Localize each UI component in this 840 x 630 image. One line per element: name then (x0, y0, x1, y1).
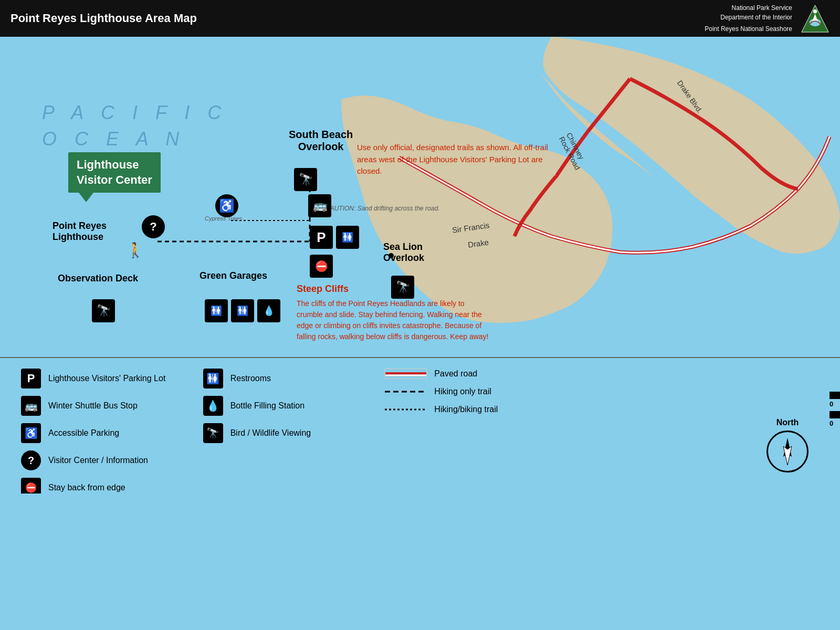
garages-bottle-icon: 💧 (257, 299, 280, 322)
legend-col-2: 🚻 Restrooms 💧 Bottle Filling Station 🔭 B… (203, 369, 385, 483)
legend-shuttle-icon: 🚌 (21, 396, 41, 416)
legend-accessible: ♿ Accessible Parking (21, 423, 203, 443)
steep-cliffs-label: Steep Cliffs (297, 284, 349, 295)
north-compass: North (756, 369, 819, 483)
legend-wildlife: 🔭 Bird / Wildlife Viewing (203, 423, 385, 443)
legend-accessible-icon: ♿ (21, 423, 41, 443)
legend-shuttle: 🚌 Winter Shuttle Bus Stop (21, 396, 203, 416)
north-label: North (776, 418, 799, 427)
legend-bottle-icon: 💧 (203, 396, 223, 416)
legend: P Lighthouse Visitors' Parking Lot 🚌 Win… (0, 357, 840, 494)
header: Point Reyes Lighthouse Area Map National… (0, 0, 840, 37)
legend-biking-trail: Hiking/biking trail (385, 404, 567, 415)
legend-bottle: 💧 Bottle Filling Station (203, 396, 385, 416)
warning-text-1: Use only official, designated trails as … (357, 142, 551, 177)
garages-restroom-icon: 🚻 (205, 299, 228, 322)
observation-binoculars-icon: 🔭 (92, 299, 115, 322)
scale-km-labels: 0 0.5 1 Kilometer (830, 400, 840, 408)
nps-logo (801, 4, 830, 33)
header-right: National Park Service Department of the … (705, 3, 830, 34)
legend-stay-back-icon: ⛔ (21, 478, 41, 494)
point-reyes-lighthouse-label: Point ReyesLighthouse (52, 220, 107, 243)
lighthouse-person-icon: 🚶 (126, 242, 144, 259)
legend-parking: P Lighthouse Visitors' Parking Lot (21, 369, 203, 388)
legend-biking-trail-line (385, 404, 427, 415)
legend-visitor-center-icon: ? (21, 450, 41, 470)
svg-point-3 (813, 9, 817, 13)
scale-bar: 0 0.5 1 Kilometer 0 0.5 1 Mile (830, 392, 840, 427)
accessible-parking-icon-map: ♿ (215, 194, 238, 217)
map-title: Point Reyes Lighthouse Area Map (10, 12, 197, 25)
legend-parking-icon: P (21, 369, 41, 388)
north-arrow-circle (766, 430, 808, 472)
stay-back-icon-map: ⛔ (310, 255, 333, 278)
scale-bar-km (830, 392, 840, 399)
map-container: P A C I F I C O C E A N POINT REYES Ligh… (0, 37, 840, 494)
visitor-center-icon-map: ? (142, 215, 165, 238)
parking-icon-map: P (310, 226, 333, 249)
sea-lion-binoculars-icon: 🔭 (391, 276, 414, 299)
scale-mile-labels: 0 0.5 1 Mile (830, 419, 840, 427)
legend-stay-back: ⛔ Stay back from edge (21, 478, 203, 494)
south-beach-overlook-label: South BeachOverlook (289, 129, 353, 153)
garages-restroom-icon2: 🚻 (231, 299, 254, 322)
legend-paved-road-line (385, 369, 427, 379)
legend-restrooms: 🚻 Restrooms (203, 369, 385, 388)
legend-hiking-trail: Hiking only trail (385, 386, 567, 397)
restrooms-icon-map: 🚻 (336, 226, 359, 249)
caution-text: CAUTION: Sand drifting across the road. (326, 205, 439, 212)
legend-col-4: 0 0.5 1 Kilometer 0 0.5 1 Mile (567, 369, 756, 483)
sea-lion-overlook-label: Sea LionOverlook (383, 242, 424, 264)
legend-restrooms-icon: 🚻 (203, 369, 223, 388)
observation-deck-label: Observation Deck (58, 273, 138, 284)
nps-attribution: National Park Service Department of the … (705, 3, 792, 34)
warning-text-2: The cliffs of the Point Reyes Headlands … (297, 298, 491, 342)
legend-visitor-center: ? Visitor Center / Information (21, 450, 203, 470)
south-beach-binoculars-icon: 🔭 (294, 168, 317, 191)
legend-paved-road: Paved road (385, 369, 567, 379)
legend-hiking-trail-line (385, 386, 427, 397)
legend-col-1: P Lighthouse Visitors' Parking Lot 🚌 Win… (21, 369, 203, 483)
shuttle-bus-icon-map: 🚌 (308, 194, 331, 217)
green-garages-label: Green Garages (200, 270, 267, 281)
legend-col-3: Paved road Hiking only trail Hiking/biki… (385, 369, 567, 483)
sea-lion-dot (388, 253, 394, 258)
legend-wildlife-icon: 🔭 (203, 423, 223, 443)
scale-bar-mile (830, 411, 840, 418)
north-arrow-svg (777, 436, 798, 467)
